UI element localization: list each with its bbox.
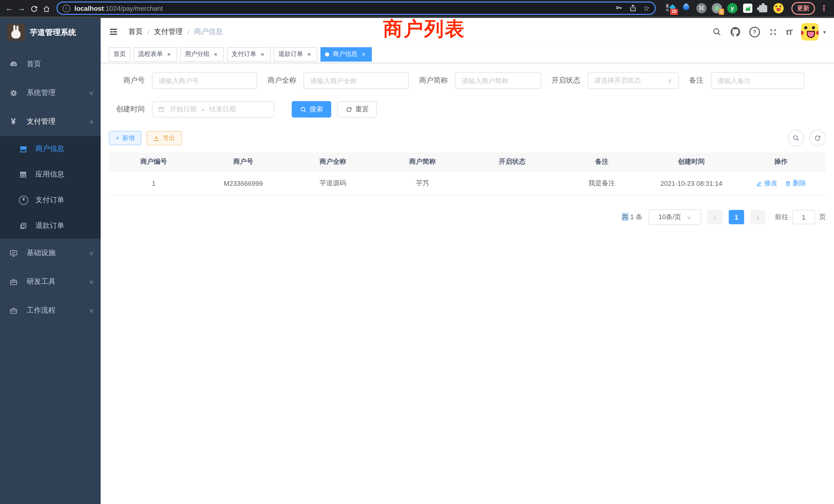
navbar-actions: ? tT ▾ [712,23,826,41]
sidebar-item-label: 基础设施 [27,248,81,258]
sidebar-item-label: 退款订单 [36,221,64,230]
sidebar-item-label: 支付订单 [36,196,64,205]
breadcrumb-separator: / [147,28,150,36]
sidebar-fold-icon[interactable] [109,27,118,37]
close-icon[interactable]: × [259,50,266,58]
bookmark-star-icon[interactable]: ☆ [643,5,650,12]
extension-diamond-icon[interactable]: 10 [665,3,676,13]
app-logo[interactable]: 芋道管理系统 [0,18,101,46]
sidebar-item-app-info[interactable]: 应用信息 [0,162,101,187]
chevron-down-icon: ∨ [667,77,672,85]
close-icon[interactable]: × [306,50,313,58]
search-button[interactable]: 搜索 [292,101,331,117]
full-name-input[interactable] [304,72,409,89]
password-key-icon[interactable] [615,4,623,13]
sidebar-item-label: 工作流程 [27,306,81,315]
sidebar-menu: 首页 系统管理 ∨ ¥ 支付管理 ∧ [0,50,101,325]
reload-icon[interactable] [28,0,40,17]
plus-icon: + [115,135,119,142]
browser-toolbar: ← → i localhost :1024/pay/merchant ☆ 10 [0,0,834,18]
browser-update-button[interactable]: 更新 [791,2,815,15]
calendar-icon [158,106,165,113]
column-header: 操作 [736,157,826,166]
column-header: 商户全称 [288,157,378,166]
sidebar-item-system[interactable]: 系统管理 ∨ [0,78,101,107]
extension-command-icon[interactable]: ⌘ [696,3,707,13]
show-search-toggle-button[interactable] [788,130,804,146]
sidebar-item-refund-order[interactable]: 退款订单 [0,213,101,239]
search-icon [792,135,799,142]
page-info-icon[interactable]: i [63,4,70,12]
extension-chart-icon[interactable] [743,3,753,13]
toolbox-icon [9,277,18,286]
url-bar[interactable]: i localhost :1024/pay/merchant ☆ [57,2,656,15]
forward-icon[interactable]: → [16,0,28,17]
end-date-placeholder: 结束日期 [209,105,236,114]
cell-merchant-no: M233666999 [198,179,288,187]
goto-page-input[interactable] [792,210,815,224]
back-icon[interactable]: ← [3,0,16,17]
create-time-range-picker[interactable]: 开始日期 - 结束日期 [152,101,274,117]
sidebar-item-label: 应用信息 [36,170,64,179]
main-area: 首页 / 支付管理 / 商户信息 ? [101,18,834,504]
remark-input[interactable] [711,72,804,89]
sidebar-item-devtools[interactable]: 研发工具 ∨ [0,268,101,296]
header-search-icon[interactable] [712,27,722,37]
profile-avatar-icon[interactable] [773,3,784,13]
sidebar-item-label: 首页 [27,60,93,69]
sidebar-item-merchant-info[interactable]: 商户信息 [0,136,101,162]
browser-menu-icon[interactable]: ⋮ [817,4,831,13]
tab-pay-order[interactable]: 支付订单× [227,47,271,61]
tab-user-group[interactable]: 用户分组× [180,47,224,61]
cell-full-name: 芋道源码 [288,179,378,188]
help-icon[interactable]: ? [749,26,760,37]
page-number-button[interactable]: 1 [729,210,744,224]
tab-refund-order[interactable]: 退款订单× [274,47,317,61]
tab-merchant-info[interactable]: 商户信息× [321,47,372,61]
extension-y-icon[interactable]: y [727,3,738,13]
github-icon[interactable] [730,27,741,37]
breadcrumb-home[interactable]: 首页 [128,27,143,37]
next-page-button[interactable]: › [750,210,766,224]
goto-label: 前往 [775,212,788,222]
merchant-no-input[interactable] [152,72,257,89]
extension-kite-icon[interactable] [681,3,691,13]
column-header: 商户号 [198,157,288,166]
home-icon[interactable] [40,0,52,17]
export-button[interactable]: 导出 [146,131,182,145]
page-size-select[interactable]: 10条/页 ∨ [649,209,701,225]
status-select[interactable]: 请选择开启状态 ∨ [588,72,679,89]
column-header: 备注 [557,157,646,166]
fullscreen-icon[interactable] [769,27,777,36]
merchant-table: 商户编号 商户号 商户全称 商户简称 开启状态 备注 创建时间 操作 1 M23… [109,153,826,196]
download-icon [153,135,160,141]
close-icon[interactable]: × [166,50,173,58]
sidebar-item-workflow[interactable]: 工作流程 ∨ [0,296,101,325]
prev-page-button[interactable]: ‹ [707,210,723,224]
tab-home[interactable]: 首页 [109,47,130,61]
grid-icon [19,170,27,179]
short-name-input[interactable] [455,72,541,89]
tab-process-form[interactable]: 流程表单× [133,47,177,61]
cell-short-name: 芋艿 [378,179,467,188]
refresh-table-button[interactable] [809,130,826,146]
extension-recorder-icon[interactable]: 1 [712,3,722,13]
user-avatar[interactable] [801,23,818,41]
extensions-row: 10 ⌘ 1 y [663,3,786,13]
breadcrumb-current: 商户信息 [194,27,223,37]
reset-button[interactable]: 重置 [337,101,377,117]
font-size-icon[interactable]: tT [786,27,792,36]
edit-link[interactable]: 修改 [756,179,777,188]
avatar-caret-icon[interactable]: ▾ [823,29,826,35]
sidebar-item-pay[interactable]: ¥ 支付管理 ∧ [0,107,101,136]
share-icon[interactable] [629,4,637,13]
delete-link[interactable]: 删除 [785,179,806,188]
sidebar-item-home[interactable]: 首页 [0,50,101,78]
sidebar-item-infra[interactable]: 基础设施 ∨ [0,239,101,268]
add-button[interactable]: + 新增 [109,131,141,145]
start-date-placeholder: 开始日期 [170,105,197,114]
close-icon[interactable]: × [212,50,219,58]
sidebar-item-pay-order[interactable]: ¥ 支付订单 [0,187,101,213]
close-icon[interactable]: × [360,50,367,58]
extensions-puzzle-icon[interactable] [758,3,768,13]
